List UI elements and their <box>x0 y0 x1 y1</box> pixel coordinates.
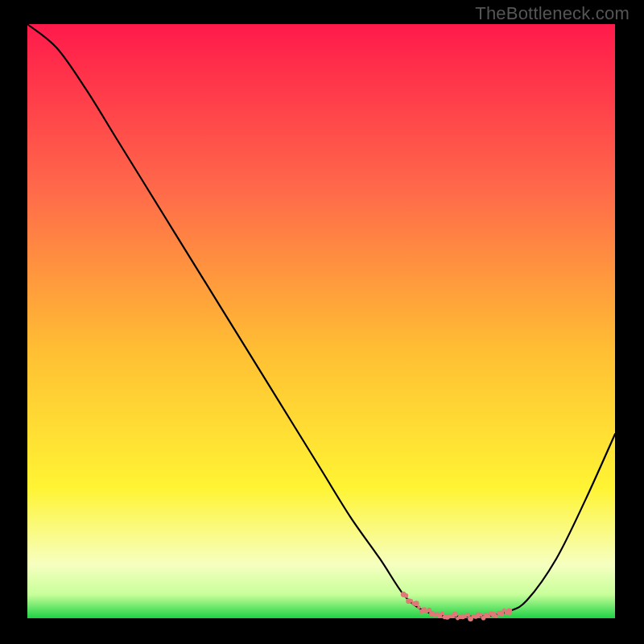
bottleneck-chart <box>0 0 644 644</box>
optimal-dot-end <box>506 609 512 614</box>
optimal-dot <box>440 612 444 615</box>
optimal-dot <box>479 613 482 617</box>
optimal-dot <box>494 614 497 617</box>
optimal-dot-end <box>401 592 407 597</box>
chart-stage: TheBottleneck.com <box>0 0 644 644</box>
optimal-dot <box>452 612 458 617</box>
optimal-dot <box>414 601 419 606</box>
optimal-dot <box>417 605 420 609</box>
plot-area <box>27 24 615 618</box>
